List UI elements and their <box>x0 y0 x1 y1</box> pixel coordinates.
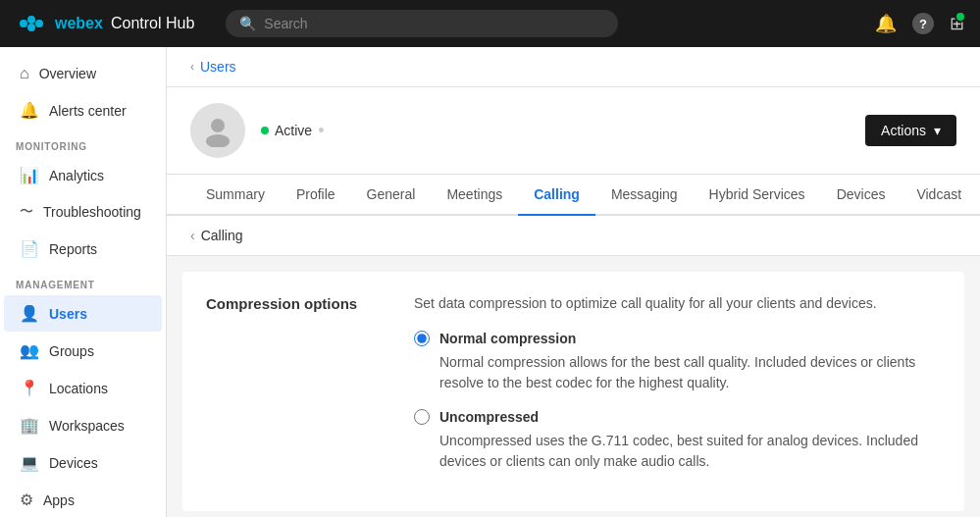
apps-sidebar-icon: ⚙ <box>20 491 33 509</box>
search-icon: 🔍 <box>239 16 256 31</box>
troubleshooting-icon: 〜 <box>20 203 33 221</box>
svg-point-5 <box>206 134 230 147</box>
sidebar-item-workspaces[interactable]: 🏢 Workspaces <box>4 407 162 443</box>
calling-breadcrumb-label: Calling <box>201 228 243 243</box>
user-status-row: Active • <box>261 122 324 139</box>
apps-icon[interactable]: ⊞ <box>950 13 964 34</box>
back-arrow-icon[interactable]: ‹ <box>190 60 194 74</box>
sidebar-item-label: Reports <box>49 241 97 257</box>
search-bar[interactable]: 🔍 <box>226 10 618 37</box>
sidebar-item-users[interactable]: 👤 Users <box>4 295 162 332</box>
calling-breadcrumb: ‹ Calling <box>167 216 980 256</box>
main-layout: ⌂ Overview 🔔 Alerts center MONITORING 📊 … <box>0 47 980 517</box>
locations-icon: 📍 <box>20 379 39 397</box>
brand-logo: webex Control Hub <box>16 14 194 33</box>
reports-icon: 📄 <box>20 239 39 258</box>
sidebar-item-reports[interactable]: 📄 Reports <box>4 231 162 267</box>
compression-panel: Compression options Set data compression… <box>182 272 964 511</box>
breadcrumb: ‹ Users <box>167 47 980 87</box>
help-icon[interactable]: ? <box>912 13 934 34</box>
sidebar-item-label: Troubleshooting <box>43 204 141 220</box>
svg-point-4 <box>211 119 225 132</box>
compression-options: Set data compression to optimize call qu… <box>414 295 941 488</box>
sidebar-item-alerts[interactable]: 🔔 Alerts center <box>4 92 162 129</box>
sidebar-item-label: Alerts center <box>49 103 127 119</box>
user-status: Active • <box>261 122 324 139</box>
sidebar-item-label: Groups <box>49 343 94 359</box>
normal-compression-subdesc: Normal compression allows for the best c… <box>414 352 941 393</box>
uncompressed-radio[interactable] <box>414 409 430 425</box>
status-dot <box>261 127 269 134</box>
uncompressed-text: Uncompressed <box>439 409 539 425</box>
sidebar-item-label: Devices <box>49 455 98 471</box>
svg-point-0 <box>20 20 27 27</box>
compression-title: Compression options <box>206 295 383 488</box>
app-name: Control Hub <box>111 15 194 32</box>
sidebar-item-devices[interactable]: 💻 Devices <box>4 444 162 481</box>
sidebar-item-label: Overview <box>39 66 96 81</box>
sidebar-item-label: Locations <box>49 381 108 396</box>
normal-compression-radio[interactable] <box>414 331 430 346</box>
user-header: Active • Actions ▾ <box>167 87 980 175</box>
nav-icons: 🔔 ? ⊞ <box>875 13 964 34</box>
normal-compression-text: Normal compression <box>439 331 576 346</box>
monitoring-section-label: MONITORING <box>0 129 166 156</box>
alerts-icon: 🔔 <box>20 101 39 120</box>
tab-calling[interactable]: Calling <box>518 175 595 216</box>
sidebar-item-label: Users <box>49 306 87 322</box>
calling-back-arrow-icon[interactable]: ‹ <box>190 228 195 243</box>
tab-devices[interactable]: Devices <box>821 175 902 216</box>
uncompressed-option: Uncompressed Uncompressed uses the G.711… <box>414 409 941 472</box>
user-info: Active • <box>190 103 324 158</box>
tab-meetings[interactable]: Meetings <box>431 175 518 216</box>
status-bullet: • <box>318 122 324 139</box>
sidebar-item-troubleshooting[interactable]: 〜 Troubleshooting <box>4 194 162 230</box>
avatar <box>190 103 245 158</box>
uncompressed-label[interactable]: Uncompressed <box>414 409 941 425</box>
normal-compression-option: Normal compression Normal compression al… <box>414 331 941 393</box>
brand-name: webex <box>55 15 103 32</box>
sidebar-item-groups[interactable]: 👥 Groups <box>4 333 162 369</box>
actions-button[interactable]: Actions ▾ <box>865 115 956 146</box>
compression-description: Set data compression to optimize call qu… <box>414 295 941 311</box>
normal-compression-label[interactable]: Normal compression <box>414 331 941 346</box>
tabs-bar: Summary Profile General Meetings Calling… <box>167 175 980 216</box>
analytics-icon: 📊 <box>20 166 39 184</box>
devices-icon: 💻 <box>20 453 39 472</box>
actions-label: Actions <box>881 123 926 138</box>
search-input[interactable] <box>264 16 604 31</box>
top-navigation: webex Control Hub 🔍 🔔 ? ⊞ <box>0 0 980 47</box>
status-text: Active <box>275 123 312 138</box>
sidebar-item-overview[interactable]: ⌂ Overview <box>4 56 162 91</box>
svg-point-3 <box>27 24 35 31</box>
sidebar-item-locations[interactable]: 📍 Locations <box>4 370 162 406</box>
tab-messaging[interactable]: Messaging <box>595 175 694 216</box>
tab-general[interactable]: General <box>351 175 432 216</box>
workspaces-icon: 🏢 <box>20 416 39 435</box>
tab-profile[interactable]: Profile <box>281 175 351 216</box>
chevron-down-icon: ▾ <box>934 123 941 138</box>
breadcrumb-label[interactable]: Users <box>200 59 236 75</box>
overview-icon: ⌂ <box>20 65 29 82</box>
sidebar-item-label: Analytics <box>49 168 104 183</box>
sidebar-item-apps[interactable]: ⚙ Apps <box>4 482 162 517</box>
main-content: ‹ Users Active • <box>167 47 980 517</box>
sidebar-item-label: Workspaces <box>49 418 125 434</box>
sidebar-item-label: Apps <box>43 492 75 508</box>
uncompressed-subdesc: Uncompressed uses the G.711 codec, best … <box>414 431 941 472</box>
sidebar: ⌂ Overview 🔔 Alerts center MONITORING 📊 … <box>0 47 167 517</box>
users-icon: 👤 <box>20 304 39 323</box>
svg-point-2 <box>35 20 43 27</box>
compression-section: Compression options Set data compression… <box>206 295 941 488</box>
notifications-icon[interactable]: 🔔 <box>875 13 897 34</box>
sidebar-item-analytics[interactable]: 📊 Analytics <box>4 157 162 193</box>
management-section-label: MANAGEMENT <box>0 268 166 294</box>
svg-point-1 <box>27 16 35 24</box>
tab-summary[interactable]: Summary <box>190 175 281 216</box>
groups-icon: 👥 <box>20 341 39 360</box>
tab-hybrid-services[interactable]: Hybrid Services <box>694 175 821 216</box>
tab-vidcast[interactable]: Vidcast <box>901 175 977 216</box>
